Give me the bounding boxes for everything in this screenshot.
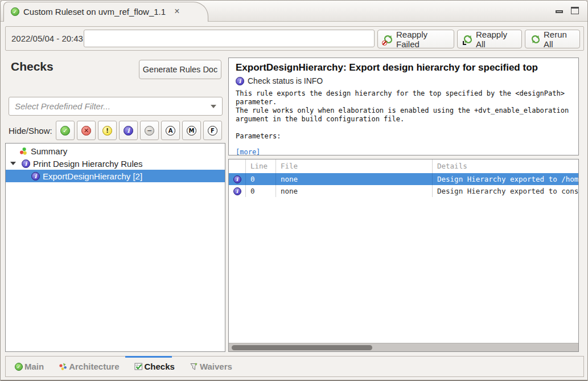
cell-details: Design Hierarchy exported to /home/a bbox=[432, 173, 578, 185]
check-status-text: Check status is INFO bbox=[248, 76, 323, 85]
filter-warning-button[interactable]: ! bbox=[98, 121, 117, 140]
check-description-panel: ExportDesignHierarchy: Export design hie… bbox=[228, 58, 579, 155]
tree-item-export-design-hierarchy[interactable]: i ExportDesignHierarchy [2] bbox=[6, 170, 225, 182]
scrollbar-thumb[interactable] bbox=[232, 345, 372, 350]
refresh-all-icon bbox=[463, 35, 472, 44]
filter-f-button[interactable]: F bbox=[203, 121, 222, 140]
line-column-header[interactable]: Line bbox=[245, 159, 276, 173]
warning-icon: ! bbox=[102, 126, 112, 136]
reapply-all-label: Reapply All bbox=[476, 30, 516, 49]
horizontal-scrollbar[interactable] bbox=[229, 343, 578, 351]
tree-item-print-design-hierarchy[interactable]: i Print Design Hierarchy Rules bbox=[6, 157, 225, 170]
tree-item-label: Summary bbox=[31, 146, 67, 156]
check-description-text: This rule exports the design hierarchy f… bbox=[236, 89, 571, 124]
results-table: Line File Details i 0 none Design Hierar… bbox=[228, 159, 579, 352]
tab-checks-label: Checks bbox=[145, 362, 175, 371]
reapply-failed-button[interactable]: Reapply Failed bbox=[377, 30, 454, 48]
generate-rules-doc-button[interactable]: Generate Rules Doc bbox=[139, 60, 221, 79]
tab-checks[interactable]: Checks bbox=[134, 362, 175, 371]
circled-m-icon: M bbox=[187, 126, 196, 136]
active-tab-indicator bbox=[125, 356, 172, 358]
summary-icon bbox=[19, 147, 28, 155]
filter-m-button[interactable]: M bbox=[182, 121, 201, 140]
passed-icon: ✓ bbox=[60, 126, 70, 136]
tree-expander-icon[interactable] bbox=[10, 162, 16, 165]
bottom-tab-bar: ✓ Main Architecture bbox=[5, 356, 584, 377]
rerun-icon bbox=[531, 35, 540, 44]
check-status-row: i Check status is INFO bbox=[236, 76, 571, 85]
tab-architecture[interactable]: Architecture bbox=[59, 362, 119, 371]
cell-details: Design Hierarchy exported to console bbox=[432, 185, 578, 197]
failed-icon: ✕ bbox=[81, 126, 91, 136]
info-icon: i bbox=[124, 126, 133, 136]
filter-disabled-button[interactable]: − bbox=[140, 121, 159, 140]
refresh-failed-icon bbox=[384, 35, 393, 44]
toolbar: 2022/05/04 - 20:43 Reapply Failed bbox=[5, 26, 584, 51]
tab-waivers-label: Waivers bbox=[200, 362, 232, 371]
predefined-filter-placeholder: Select Predefined Filter... bbox=[15, 101, 211, 111]
tab-architecture-label: Architecture bbox=[69, 362, 119, 371]
app-window: ✓ Custom Ruleset on uvm_ref_flow_1.1 × 2… bbox=[0, 0, 588, 381]
checks-tree: Summary i Print Design Hierarchy Rules i… bbox=[5, 143, 225, 352]
filter-failed-button[interactable]: ✕ bbox=[77, 121, 96, 140]
details-column-header[interactable]: Details bbox=[432, 159, 578, 173]
architecture-icon bbox=[59, 362, 67, 371]
tree-item-summary[interactable]: Summary bbox=[6, 145, 225, 157]
circled-f-icon: F bbox=[208, 126, 217, 136]
rerun-all-button[interactable]: Rerun All bbox=[525, 30, 580, 48]
info-icon: i bbox=[22, 159, 30, 168]
view-tab-strip: ✓ Custom Ruleset on uvm_ref_flow_1.1 × bbox=[1, 1, 587, 22]
disabled-icon: − bbox=[145, 126, 154, 136]
table-header-row: Line File Details bbox=[229, 159, 578, 173]
filter-passed-button[interactable]: ✓ bbox=[56, 121, 75, 140]
checks-panel-title: Checks bbox=[11, 60, 54, 73]
checks-tab-icon bbox=[134, 362, 143, 371]
predefined-filter-select[interactable]: Select Predefined Filter... bbox=[9, 97, 223, 116]
ruleset-status-icon: ✓ bbox=[11, 7, 19, 16]
tab-main-label: Main bbox=[24, 362, 44, 371]
info-icon: i bbox=[236, 77, 244, 85]
check-title: ExportDesignHierarchy: Export design hie… bbox=[236, 62, 571, 73]
table-row[interactable]: i 0 none Design Hierarchy exported to co… bbox=[229, 185, 578, 197]
all-badge-icon bbox=[463, 41, 466, 45]
reapply-failed-label: Reapply Failed bbox=[396, 30, 448, 49]
tab-waivers[interactable]: Waivers bbox=[190, 362, 232, 371]
tab-main[interactable]: ✓ Main bbox=[15, 362, 44, 371]
view-tab-custom-ruleset[interactable]: ✓ Custom Ruleset on uvm_ref_flow_1.1 × bbox=[3, 2, 208, 22]
info-icon: i bbox=[233, 187, 241, 195]
view-tab-title: Custom Ruleset on uvm_ref_flow_1.1 bbox=[23, 7, 166, 17]
maximize-icon[interactable] bbox=[571, 7, 579, 14]
hide-show-label: Hide/Show: bbox=[9, 126, 52, 136]
table-row[interactable]: i 0 none Design Hierarchy exported to /h… bbox=[229, 173, 578, 185]
reapply-all-button[interactable]: Reapply All bbox=[457, 30, 522, 48]
tree-item-label: ExportDesignHierarchy [2] bbox=[43, 171, 142, 181]
chevron-down-icon bbox=[211, 105, 216, 108]
tree-item-label: Print Design Hierarchy Rules bbox=[33, 159, 143, 169]
info-icon: i bbox=[233, 175, 241, 183]
generate-rules-doc-label: Generate Rules Doc bbox=[143, 65, 217, 74]
cell-file: none bbox=[276, 185, 432, 197]
waivers-funnel-icon bbox=[190, 362, 198, 371]
toolbar-search-input[interactable] bbox=[84, 30, 375, 47]
more-link[interactable]: [more] bbox=[236, 148, 260, 155]
filter-info-button[interactable]: i bbox=[119, 121, 138, 140]
run-timestamp: 2022/05/04 - 20:43 bbox=[11, 27, 83, 50]
close-icon[interactable]: × bbox=[174, 7, 179, 16]
filter-a-button[interactable]: A bbox=[161, 121, 180, 140]
minimize-icon[interactable] bbox=[556, 10, 563, 13]
main-tab-icon: ✓ bbox=[15, 363, 23, 371]
info-icon: i bbox=[31, 172, 40, 181]
failed-badge-icon bbox=[382, 40, 387, 46]
cell-file: none bbox=[276, 173, 432, 185]
file-column-header[interactable]: File bbox=[276, 159, 432, 173]
parameters-label: Parameters: bbox=[236, 132, 571, 140]
icon-column-header bbox=[229, 159, 245, 173]
cell-line: 0 bbox=[245, 185, 276, 197]
rerun-all-label: Rerun All bbox=[544, 30, 574, 49]
cell-line: 0 bbox=[245, 173, 276, 185]
circled-a-icon: A bbox=[166, 126, 175, 136]
